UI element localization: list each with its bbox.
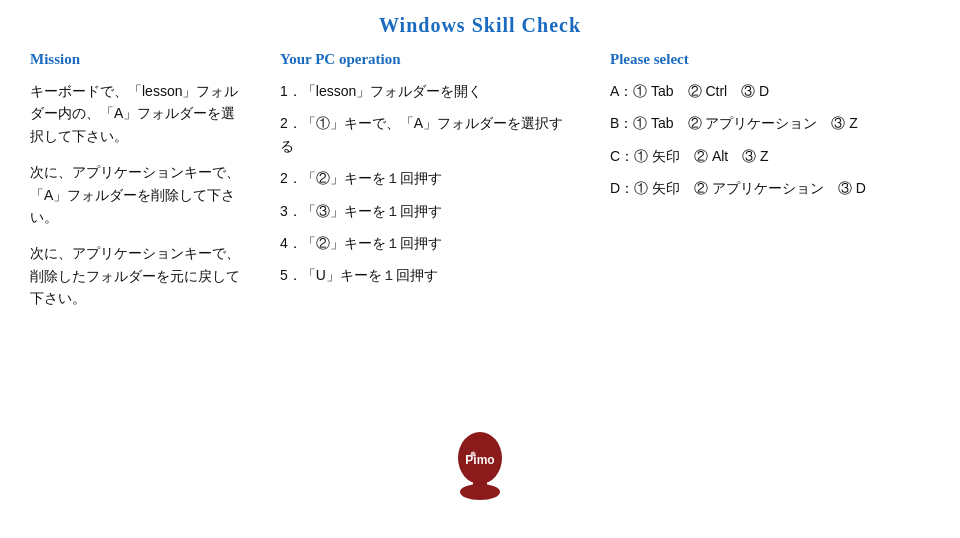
pimo-logo: Pimo bbox=[445, 428, 515, 508]
mission-column: Mission キーボードで、「lesson」フォルダー内の、「A」フォルダーを… bbox=[20, 51, 250, 324]
operation-item-6: 5．「U」キーを１回押す bbox=[280, 264, 570, 286]
logo-area: Pimo bbox=[445, 428, 515, 508]
select-body: A：① Tab ② Ctrl ③ D B：① Tab ② アプリケーション ③ … bbox=[610, 80, 920, 200]
select-item-a: A：① Tab ② Ctrl ③ D bbox=[610, 80, 920, 102]
select-item-c: C：① 矢印 ② Alt ③ Z bbox=[610, 145, 920, 167]
select-item-d: D：① 矢印 ② アプリケーション ③ D bbox=[610, 177, 920, 199]
select-item-b: B：① Tab ② アプリケーション ③ Z bbox=[610, 112, 920, 134]
select-header: Please select bbox=[610, 51, 920, 68]
operation-body: 1．「lesson」フォルダーを開く 2．「①」キーで、「A」フォルダーを選択す… bbox=[280, 80, 570, 287]
mission-block-3: 次に、アプリケーションキーで、削除したフォルダーを元に戻して下さい。 bbox=[30, 242, 240, 309]
mission-header: Mission bbox=[30, 51, 240, 68]
page-title: Windows Skill Check bbox=[0, 0, 960, 47]
operation-item-3: 2．「②」キーを１回押す bbox=[280, 167, 570, 189]
mission-block-2: 次に、アプリケーションキーで、「A」フォルダーを削除して下さい。 bbox=[30, 161, 240, 228]
operation-column: Your PC operation 1．「lesson」フォルダーを開く 2．「… bbox=[270, 51, 580, 324]
svg-point-2 bbox=[460, 484, 500, 500]
mission-block-1: キーボードで、「lesson」フォルダー内の、「A」フォルダーを選択して下さい。 bbox=[30, 80, 240, 147]
svg-point-4 bbox=[471, 452, 476, 457]
operation-item-2: 2．「①」キーで、「A」フォルダーを選択する bbox=[280, 112, 570, 157]
operation-header: Your PC operation bbox=[280, 51, 570, 68]
operation-item-5: 4．「②」キーを１回押す bbox=[280, 232, 570, 254]
select-column: Please select A：① Tab ② Ctrl ③ D B：① Tab… bbox=[600, 51, 930, 324]
svg-text:Pimo: Pimo bbox=[465, 453, 494, 467]
operation-item-1: 1．「lesson」フォルダーを開く bbox=[280, 80, 570, 102]
mission-body: キーボードで、「lesson」フォルダー内の、「A」フォルダーを選択して下さい。… bbox=[30, 80, 240, 310]
operation-item-4: 3．「③」キーを１回押す bbox=[280, 200, 570, 222]
